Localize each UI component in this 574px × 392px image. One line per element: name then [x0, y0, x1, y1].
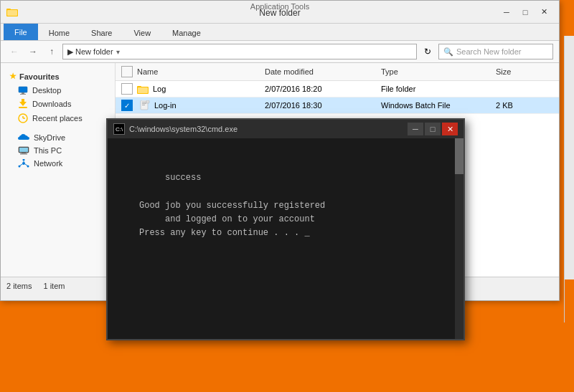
file-list-header: Name Date modified Type Size: [116, 63, 559, 81]
sidebar-item-network-label: Network: [34, 159, 62, 168]
svg-rect-12: [19, 148, 28, 152]
cmd-controls[interactable]: ─ □ ✕: [408, 123, 458, 135]
sidebar-item-downloads-label: Downloads: [32, 100, 71, 108]
svg-rect-14: [20, 153, 27, 155]
title-bar-icons: [6, 6, 18, 18]
close-button[interactable]: ✕: [535, 5, 553, 19]
svg-rect-24: [138, 87, 148, 93]
file-type: File folder: [381, 85, 496, 93]
star-icon: ★: [9, 72, 17, 81]
sidebar-item-downloads[interactable]: Downloads: [1, 97, 115, 111]
search-placeholder: Search New folder: [456, 47, 522, 56]
ribbon-tabs: File Home Share View Manage: [1, 24, 559, 40]
svg-rect-13: [22, 153, 26, 153]
svg-rect-28: [142, 105, 145, 105]
folder-icon: [137, 85, 149, 94]
address-bar: ← → ↑ ▶ New folder ▾ ↻ 🔍 Search New fold…: [1, 41, 559, 63]
svg-rect-7: [19, 107, 27, 108]
tab-file[interactable]: File: [4, 24, 38, 40]
svg-point-18: [23, 159, 25, 161]
favourites-header: ★ Favourites: [1, 69, 115, 84]
items-count: 2 items: [6, 282, 32, 290]
sidebar-item-thispc[interactable]: This PC: [1, 144, 115, 157]
cmd-maximize-button[interactable]: □: [425, 123, 441, 135]
svg-marker-6: [19, 99, 27, 106]
title-bar-controls[interactable]: ─ □ ✕: [497, 5, 553, 19]
header-type[interactable]: Type: [381, 66, 496, 77]
refresh-button[interactable]: ↻: [420, 44, 436, 59]
minimize-button[interactable]: ─: [497, 5, 516, 19]
sidebar-item-thispc-label: This PC: [34, 146, 62, 155]
back-button[interactable]: ←: [6, 44, 22, 59]
header-name[interactable]: Name: [121, 66, 265, 77]
tab-view[interactable]: View: [123, 25, 161, 40]
address-dropdown-arrow: ▾: [116, 48, 120, 56]
search-box[interactable]: 🔍 Search New folder: [438, 44, 553, 59]
sidebar-item-recent-label: Recent places: [32, 114, 83, 123]
file-date: 2/07/2016 18:30: [265, 101, 381, 110]
file-type: Windows Batch File: [381, 101, 496, 110]
sidebar-item-network[interactable]: Network: [1, 157, 115, 170]
table-row[interactable]: Log 2/07/2016 18:20 File folder: [116, 81, 559, 97]
cmd-scrollbar[interactable]: [455, 138, 464, 339]
cmd-icon: C:\: [113, 123, 125, 135]
maximize-button[interactable]: □: [516, 5, 535, 19]
sidebar-item-skydrive-label: SkyDrive: [34, 133, 65, 142]
svg-rect-3: [19, 87, 27, 92]
file-name: Log: [153, 85, 166, 93]
cmd-close-button[interactable]: ✕: [442, 123, 458, 135]
table-row[interactable]: ✓ Log-in 2/07/2016 18:30 Windows Batch F…: [116, 97, 559, 114]
downloads-icon: [18, 99, 28, 109]
ribbon: File Home Share View Manage: [1, 24, 559, 41]
header-date[interactable]: Date modified: [265, 66, 381, 77]
svg-line-20: [20, 164, 22, 166]
file-checkbox[interactable]: ✓: [121, 100, 133, 111]
batch-file-icon: [140, 100, 150, 110]
search-icon: 🔍: [443, 47, 453, 57]
cmd-output: success Good job you successfully regist…: [113, 144, 458, 240]
network-icon: [18, 159, 29, 168]
file-name-cell: ✓ Log-in: [121, 100, 265, 111]
desktop-scrollbar-thumb[interactable]: [565, 279, 574, 322]
address-path: ▶ New folder: [67, 47, 113, 57]
thispc-icon: [18, 146, 29, 155]
file-name-cell: Log: [121, 83, 265, 95]
cmd-window: C:\ C:\windows\system32\cmd.exe ─ □ ✕ su…: [106, 118, 465, 340]
recent-icon: [18, 113, 28, 123]
title-bar: Application Tools New folder ─ □ ✕: [1, 1, 559, 24]
selected-count: 1 item: [43, 282, 65, 290]
desktop-icon: [18, 86, 28, 95]
svg-line-21: [25, 164, 27, 166]
tab-home[interactable]: Home: [38, 25, 80, 40]
tab-manage[interactable]: Manage: [161, 25, 212, 40]
svg-rect-2: [7, 10, 17, 16]
up-button[interactable]: ↑: [44, 44, 60, 59]
address-input[interactable]: ▶ New folder ▾: [62, 44, 417, 59]
tab-share[interactable]: Share: [80, 25, 123, 40]
svg-rect-27: [142, 103, 146, 104]
file-name: Log-in: [154, 101, 177, 110]
sidebar-item-desktop-label: Desktop: [32, 86, 61, 95]
desktop-scrollbar[interactable]: [564, 36, 574, 322]
file-size: 2 KB: [496, 101, 553, 110]
sidebar-item-recent[interactable]: Recent places: [1, 111, 115, 125]
cmd-title-text: C:\windows\system32\cmd.exe: [129, 125, 408, 133]
svg-rect-29: [146, 100, 149, 103]
skydrive-icon: [18, 134, 29, 141]
cmd-content: success Good job you successfully regist…: [108, 138, 464, 339]
forward-button[interactable]: →: [25, 44, 41, 59]
cmd-title-bar: C:\ C:\windows\system32\cmd.exe ─ □ ✕: [108, 120, 464, 138]
cmd-minimize-button[interactable]: ─: [408, 123, 423, 135]
svg-rect-4: [22, 92, 24, 94]
header-size[interactable]: Size: [496, 66, 553, 77]
svg-point-15: [22, 162, 25, 165]
file-date: 2/07/2016 18:20: [265, 85, 381, 93]
svg-rect-5: [20, 94, 26, 95]
folder-title-icon: [6, 6, 18, 18]
cmd-scrollbar-thumb[interactable]: [455, 138, 464, 174]
sidebar-item-skydrive[interactable]: SkyDrive: [1, 131, 115, 144]
sidebar-item-desktop[interactable]: Desktop: [1, 84, 115, 97]
svg-rect-26: [142, 102, 146, 102]
sidebar: ★ Favourites Desktop Downloads: [1, 63, 116, 277]
window-title: New folder: [259, 8, 300, 18]
